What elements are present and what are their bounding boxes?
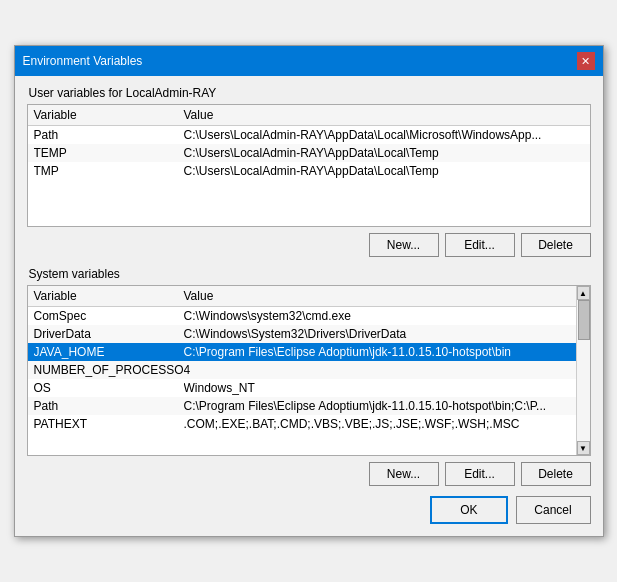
user-delete-button[interactable]: Delete [521,233,591,257]
system-header-value: Value [184,289,584,303]
system-new-button[interactable]: New... [369,462,439,486]
scrollbar-up-button[interactable]: ▲ [577,286,590,300]
system-header-variable: Variable [34,289,184,303]
scrollbar[interactable]: ▲ ▼ [576,286,590,455]
scrollbar-thumb[interactable] [578,300,590,340]
cancel-button[interactable]: Cancel [516,496,591,524]
title-bar: Environment Variables ✕ [15,46,603,76]
dialog-body: User variables for LocalAdmin-RAY Variab… [15,76,603,536]
dialog-title: Environment Variables [23,54,143,68]
system-table-header: Variable Value [28,286,590,307]
user-variables-table: Variable Value Path C:\Users\LocalAdmin-… [27,104,591,227]
scrollbar-track[interactable] [577,300,590,441]
system-variables-table: Variable Value ComSpec C:\Windows\system… [27,285,591,456]
user-section-label: User variables for LocalAdmin-RAY [27,86,591,100]
system-buttons: New... Edit... Delete [27,462,591,486]
scrollbar-down-button[interactable]: ▼ [577,441,590,455]
ok-button[interactable]: OK [430,496,507,524]
table-row[interactable]: DriverData C:\Windows\System32\Drivers\D… [28,325,590,343]
system-table-body: ComSpec C:\Windows\system32\cmd.exe Driv… [28,307,590,455]
user-new-button[interactable]: New... [369,233,439,257]
user-edit-button[interactable]: Edit... [445,233,515,257]
table-row[interactable]: Path C:\Program Files\Eclipse Adoptium\j… [28,397,590,415]
user-header-variable: Variable [34,108,184,122]
footer-buttons: OK Cancel [27,496,591,524]
system-section-label: System variables [27,267,591,281]
table-row[interactable]: PATHEXT .COM;.EXE;.BAT;.CMD;.VBS;.VBE;.J… [28,415,590,433]
user-table-header: Variable Value [28,105,590,126]
table-row[interactable]: ComSpec C:\Windows\system32\cmd.exe [28,307,590,325]
system-edit-button[interactable]: Edit... [445,462,515,486]
close-button[interactable]: ✕ [577,52,595,70]
system-delete-button[interactable]: Delete [521,462,591,486]
table-row[interactable]: OS Windows_NT [28,379,590,397]
table-row[interactable]: TEMP C:\Users\LocalAdmin-RAY\AppData\Loc… [28,144,590,162]
table-row[interactable]: Path C:\Users\LocalAdmin-RAY\AppData\Loc… [28,126,590,144]
table-row[interactable]: NUMBER_OF_PROCESSORS 4 [28,361,590,379]
environment-variables-dialog: Environment Variables ✕ User variables f… [14,45,604,537]
user-header-value: Value [184,108,584,122]
user-table-body: Path C:\Users\LocalAdmin-RAY\AppData\Loc… [28,126,590,226]
table-row[interactable]: TMP C:\Users\LocalAdmin-RAY\AppData\Loca… [28,162,590,180]
user-buttons: New... Edit... Delete [27,233,591,257]
table-row-selected[interactable]: JAVA_HOME C:\Program Files\Eclipse Adopt… [28,343,590,361]
